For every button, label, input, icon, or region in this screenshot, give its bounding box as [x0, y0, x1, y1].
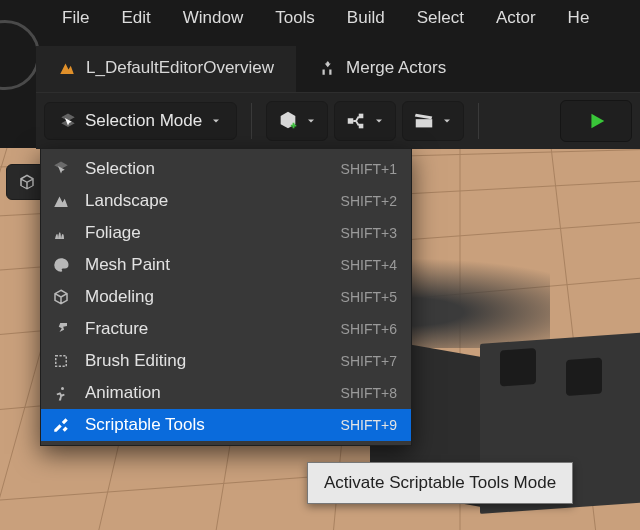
mode-item-shortcut: SHIFT+5 [341, 289, 397, 305]
mode-item-shortcut: SHIFT+9 [341, 417, 397, 433]
menu-select[interactable]: Select [401, 2, 480, 34]
tab-label: L_DefaultEditorOverview [86, 58, 274, 78]
mode-item-shortcut: SHIFT+8 [341, 385, 397, 401]
menu-window[interactable]: Window [167, 2, 259, 34]
runner-icon [51, 383, 71, 403]
tab-level[interactable]: L_DefaultEditorOverview [36, 46, 296, 92]
mode-item-label: Brush Editing [85, 351, 327, 371]
tab-label: Merge Actors [346, 58, 446, 78]
play-icon [585, 110, 607, 132]
mode-item-modeling[interactable]: Modeling SHIFT+5 [41, 281, 411, 313]
mode-item-shortcut: SHIFT+1 [341, 161, 397, 177]
menu-edit[interactable]: Edit [105, 2, 166, 34]
level-icon [58, 59, 76, 77]
mode-item-label: Landscape [85, 191, 327, 211]
cursor-select-icon [59, 112, 77, 130]
mode-item-selection[interactable]: Selection SHIFT+1 [41, 153, 411, 185]
menu-file[interactable]: File [46, 2, 105, 34]
mode-item-foliage[interactable]: Foliage SHIFT+3 [41, 217, 411, 249]
mode-item-shortcut: SHIFT+4 [341, 257, 397, 273]
mode-item-landscape[interactable]: Landscape SHIFT+2 [41, 185, 411, 217]
mode-item-animation[interactable]: Animation SHIFT+8 [41, 377, 411, 409]
clapper-icon [413, 110, 435, 132]
separator [251, 103, 252, 139]
mode-item-label: Scriptable Tools [85, 415, 327, 435]
node-graph-icon [345, 110, 367, 132]
mode-item-mesh-paint[interactable]: Mesh Paint SHIFT+4 [41, 249, 411, 281]
menu-help[interactable]: He [552, 2, 606, 34]
mode-item-brush-editing[interactable]: Brush Editing SHIFT+7 [41, 345, 411, 377]
tab-bar: L_DefaultEditorOverview Merge Actors [36, 46, 640, 92]
mountain-icon [51, 191, 71, 211]
blueprint-button[interactable] [334, 101, 396, 141]
play-button[interactable] [560, 100, 632, 142]
chevron-down-icon [305, 115, 317, 127]
brush-cube-icon [51, 351, 71, 371]
shatter-icon [51, 319, 71, 339]
add-content-button[interactable] [266, 101, 328, 141]
chevron-down-icon [210, 115, 222, 127]
cursor-select-icon [51, 159, 71, 179]
mode-item-shortcut: SHIFT+3 [341, 225, 397, 241]
mode-item-label: Fracture [85, 319, 327, 339]
svg-rect-15 [359, 124, 364, 129]
menu-bar: File Edit Window Tools Build Select Acto… [0, 0, 640, 36]
mode-item-fracture[interactable]: Fracture SHIFT+6 [41, 313, 411, 345]
tools-icon [51, 415, 71, 435]
svg-line-6 [0, 148, 10, 530]
merge-icon [318, 59, 336, 77]
mode-item-label: Modeling [85, 287, 327, 307]
tab-merge-actors[interactable]: Merge Actors [296, 46, 468, 92]
menu-tools[interactable]: Tools [259, 2, 331, 34]
palette-icon [51, 255, 71, 275]
mode-item-label: Mesh Paint [85, 255, 327, 275]
mode-item-shortcut: SHIFT+2 [341, 193, 397, 209]
chevron-down-icon [373, 115, 385, 127]
menu-actor[interactable]: Actor [480, 2, 552, 34]
menu-build[interactable]: Build [331, 2, 401, 34]
cinematics-button[interactable] [402, 101, 464, 141]
cube-icon [18, 173, 36, 191]
toolbar: Selection Mode [36, 92, 640, 149]
mode-item-label: Selection [85, 159, 327, 179]
cube-add-icon [277, 110, 299, 132]
mode-item-scriptable-tools[interactable]: Scriptable Tools SHIFT+9 [41, 409, 411, 441]
mode-item-label: Foliage [85, 223, 327, 243]
mode-item-shortcut: SHIFT+7 [341, 353, 397, 369]
mode-item-shortcut: SHIFT+6 [341, 321, 397, 337]
tooltip: Activate Scriptable Tools Mode [307, 462, 573, 504]
mode-dropdown-label: Selection Mode [85, 111, 202, 131]
cube-outline-icon [51, 287, 71, 307]
mode-dropdown-menu: Selection SHIFT+1 Landscape SHIFT+2 Foli… [40, 148, 412, 446]
mode-dropdown-button[interactable]: Selection Mode [44, 102, 237, 140]
chevron-down-icon [441, 115, 453, 127]
mode-item-label: Animation [85, 383, 327, 403]
svg-rect-14 [359, 114, 364, 119]
grass-icon [51, 223, 71, 243]
separator [478, 103, 479, 139]
svg-rect-13 [348, 118, 354, 124]
